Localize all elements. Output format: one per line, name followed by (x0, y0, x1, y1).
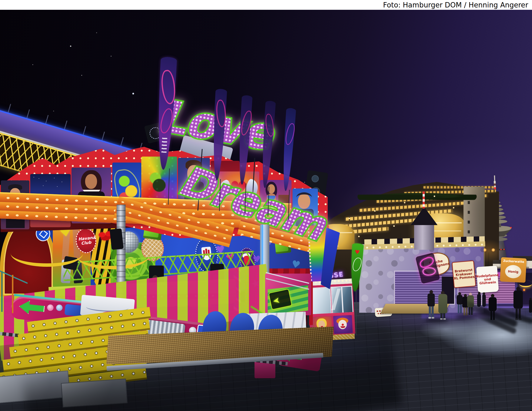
neon-squiggle (418, 255, 435, 269)
teal-railing-post (1, 271, 2, 312)
person-shadow (426, 318, 449, 323)
heart-icon: ♥ (354, 249, 360, 255)
bottom-left-vignette (0, 362, 255, 411)
window-reflection (332, 289, 341, 310)
havana-club-text: Havana Club (78, 235, 94, 246)
booth-window-right (331, 286, 353, 314)
banner-nudelpfanne: Nudelpfanne und Glühwein (476, 266, 499, 293)
stall-turret-roof (411, 207, 437, 225)
banner-zuckerwatte-text: Zuckerwatte (501, 259, 527, 264)
scene-stars (34, 177, 34, 177)
teal-railing-post (12, 275, 13, 313)
turret-striped-pole (423, 191, 425, 208)
banner-zuckerwatte: Zuckerwatte Honig (500, 257, 527, 283)
window-mullion (341, 287, 343, 312)
neon-squiggle (422, 267, 436, 276)
pedestrian (427, 290, 436, 320)
hsv-inner-diamond (39, 230, 48, 238)
pedestrian-olive-coat (437, 291, 448, 320)
garland-arch (11, 240, 83, 267)
mast-spotlight-cluster (110, 228, 124, 250)
photo-credit-text: Foto: Hamburger DOM / Henning Angerer (383, 1, 528, 9)
banner-nudelpfanne-text: Nudelpfanne und Glühwein (475, 273, 499, 286)
pedestrian-edge (529, 298, 532, 317)
booth-window-left (310, 287, 332, 315)
photo-credit-bar: Foto: Hamburger DOM / Henning Angerer (0, 0, 532, 10)
flag-white-dashes (161, 138, 167, 153)
flag-squiggle (352, 257, 363, 272)
painted-face (85, 174, 97, 189)
hamburger-dom-night-photo: Frische Champignons Bratwurst Krakauer X… (0, 0, 532, 411)
roof-plants (358, 193, 477, 200)
banner-bratwurst-text: Bratwurst Krakauer XL Pommes (453, 268, 475, 280)
banner-honig-text: Honig (500, 269, 526, 274)
stair-railing (266, 272, 309, 284)
banner-bratwurst: Bratwurst Krakauer XL Pommes (452, 260, 476, 288)
stall-turret-body (414, 222, 434, 250)
arrow-glyph: ➤ (272, 295, 281, 306)
